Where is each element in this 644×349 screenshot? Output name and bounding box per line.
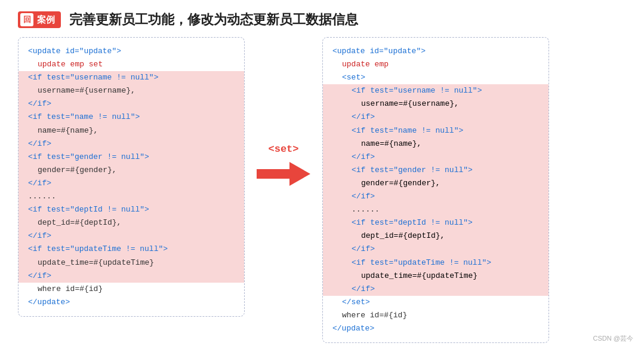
left-code-box: <update id="update"> update emp set <if … <box>18 37 245 317</box>
main-content: <update id="update"> update emp set <if … <box>18 37 626 343</box>
right-line-10: <if test="gender != null"> <box>323 164 549 177</box>
right-line-9: </if> <box>323 151 549 164</box>
arrow-shape <box>257 160 310 188</box>
right-line-6: </if> <box>323 111 549 124</box>
left-line-8: </if> <box>19 137 244 151</box>
right-line-16: </if> <box>323 243 549 256</box>
slide-container: 回 案例 完善更新员工功能，修改为动态更新员工数据信息 <update id="… <box>0 0 644 349</box>
left-line-14: dept_id=#{deptId}, <box>19 216 244 229</box>
right-line-1: <update id="update"> <box>332 45 539 58</box>
right-line-15: dept_id=#{deptId}, <box>323 229 549 243</box>
left-line-6: <if test="name != null"> <box>19 111 244 124</box>
case-badge: 回 案例 <box>18 11 61 28</box>
left-line-2: update emp set <box>28 58 235 71</box>
left-line-9: <if test="gender != null"> <box>19 151 244 164</box>
watermark: CSDN @芸今 <box>593 334 633 343</box>
case-badge-label: 案例 <box>37 14 55 26</box>
right-line-14: <if test="deptId != null"> <box>323 216 549 229</box>
case-badge-icon: 回 <box>20 13 33 26</box>
left-line-16: <if test="updateTime != null"> <box>19 243 244 256</box>
left-line-19: where id=#{id} <box>28 283 235 296</box>
right-line-8: name=#{name}, <box>323 137 549 151</box>
right-line-12: </if> <box>323 190 549 203</box>
right-line-7: <if test="name != null"> <box>323 124 549 137</box>
left-line-11: </if> <box>19 177 244 190</box>
right-line-13: ...... <box>323 203 549 216</box>
right-line-11: gender=#{gender}, <box>323 177 549 190</box>
left-line-17: update_time=#{updateTime} <box>19 256 244 270</box>
left-line-20: </update> <box>28 296 235 309</box>
arrow-area: <set> <box>245 37 322 294</box>
right-line-4: <if test="username != null"> <box>323 84 549 97</box>
right-line-17: <if test="updateTime != null"> <box>323 256 549 270</box>
left-line-1: <update id="update"> <box>28 45 235 58</box>
left-line-7: name=#{name}, <box>19 124 244 137</box>
right-line-18: update_time=#{updateTime} <box>323 270 549 283</box>
right-code-box: <update id="update"> update emp <set> <i… <box>322 37 549 343</box>
left-line-18: </if> <box>19 270 244 283</box>
left-line-10: gender=#{gender}, <box>19 164 244 177</box>
left-line-13: <if test="deptId != null"> <box>19 203 244 216</box>
left-line-4: username=#{username}, <box>19 84 244 97</box>
right-line-19: </if> <box>323 283 549 296</box>
arrow-label: <set> <box>268 143 298 155</box>
left-line-3: <if test="username != null"> <box>19 71 244 84</box>
left-line-15: </if> <box>19 229 244 243</box>
arrow-svg <box>257 160 310 188</box>
right-line-21: where id=#{id} <box>332 309 539 322</box>
right-line-3: <set> <box>332 71 539 84</box>
svg-marker-0 <box>257 162 310 186</box>
header: 回 案例 完善更新员工功能，修改为动态更新员工数据信息 <box>18 11 626 29</box>
header-title: 完善更新员工功能，修改为动态更新员工数据信息 <box>69 11 358 29</box>
left-line-12: ...... <box>19 190 244 203</box>
right-line-22: </update> <box>332 322 539 335</box>
right-line-20: </set> <box>332 296 539 309</box>
right-line-2: update emp <box>332 58 539 71</box>
right-line-5: username=#{username}, <box>323 97 549 111</box>
left-line-5: </if> <box>19 97 244 111</box>
